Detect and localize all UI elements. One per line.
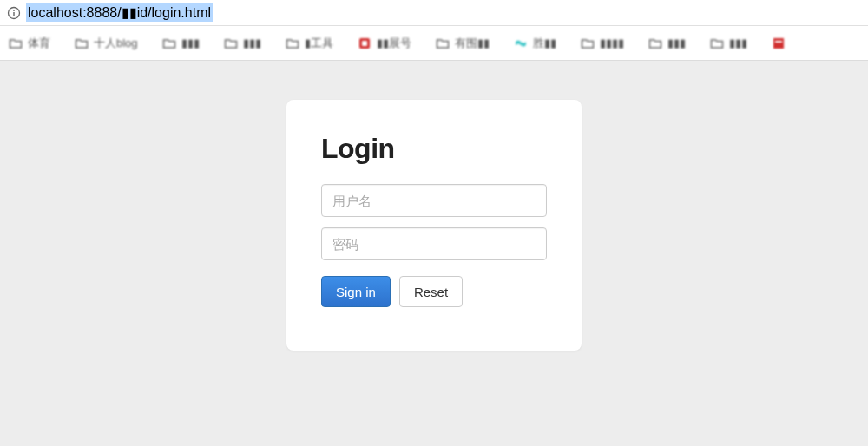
bookmark-item[interactable]: ▮▮展号 [358, 36, 411, 51]
login-title: Login [321, 133, 547, 165]
bookmark-item[interactable]: ▮▮▮ [648, 36, 686, 50]
reset-button[interactable]: Reset [399, 276, 463, 307]
folder-icon [710, 36, 724, 50]
svg-rect-4 [362, 41, 367, 46]
page-content: Login Sign in Reset [0, 61, 868, 446]
username-input[interactable] [321, 184, 547, 217]
button-row: Sign in Reset [321, 276, 547, 307]
address-bar[interactable]: localhost:8888/▮▮id/login.html [0, 0, 868, 26]
folder-icon [224, 36, 238, 50]
bookmark-label: ▮▮▮ [181, 36, 200, 49]
folder-icon [286, 36, 299, 50]
svg-point-1 [13, 10, 15, 11]
signin-button[interactable]: Sign in [321, 276, 391, 307]
site-icon [772, 36, 786, 50]
folder-icon [75, 36, 89, 50]
bookmark-label: ▮▮▮ [729, 36, 747, 49]
svg-rect-5 [773, 38, 784, 49]
svg-rect-6 [775, 41, 782, 43]
bookmark-item[interactable]: ▮工具 [286, 36, 333, 51]
bookmark-label: ▮工具 [305, 36, 333, 51]
bookmark-item[interactable]: ▮▮▮ [710, 36, 747, 50]
folder-icon [581, 36, 595, 50]
svg-rect-2 [13, 12, 14, 16]
bookmark-item[interactable]: ▮▮▮ [224, 36, 261, 50]
folder-icon [436, 36, 450, 50]
folder-icon [162, 36, 176, 50]
folder-icon [648, 36, 662, 50]
info-icon [7, 6, 21, 20]
url-text[interactable]: localhost:8888/▮▮id/login.html [26, 3, 213, 22]
site-icon [514, 36, 528, 50]
bookmark-item[interactable]: 十人blog [75, 36, 138, 51]
bookmarks-bar: 体育 十人blog ▮▮▮ ▮▮▮ ▮工具 ▮▮展号 有围▮▮ 胜▮▮ ▮▮▮▮… [0, 26, 868, 61]
bookmark-label: 体育 [28, 36, 50, 51]
bookmark-item[interactable]: 有围▮▮ [436, 36, 490, 51]
login-card: Login Sign in Reset [286, 100, 582, 351]
bookmark-item[interactable]: 体育 [9, 36, 50, 51]
bookmark-item[interactable]: ▮▮▮▮ [581, 36, 624, 50]
bookmark-label: ▮▮展号 [377, 36, 411, 51]
bookmark-label: 胜▮▮ [533, 36, 556, 51]
bookmark-label: 有围▮▮ [455, 36, 490, 51]
password-input[interactable] [321, 227, 547, 260]
site-icon [358, 36, 372, 50]
bookmark-item[interactable]: ▮▮▮ [162, 36, 200, 50]
bookmark-label: ▮▮▮ [243, 36, 261, 49]
bookmark-item[interactable] [772, 36, 791, 50]
bookmark-label: ▮▮▮▮ [600, 36, 624, 49]
bookmark-label: ▮▮▮ [667, 36, 686, 49]
folder-icon [9, 36, 23, 50]
bookmark-item[interactable]: 胜▮▮ [514, 36, 556, 51]
bookmark-label: 十人blog [94, 36, 138, 51]
